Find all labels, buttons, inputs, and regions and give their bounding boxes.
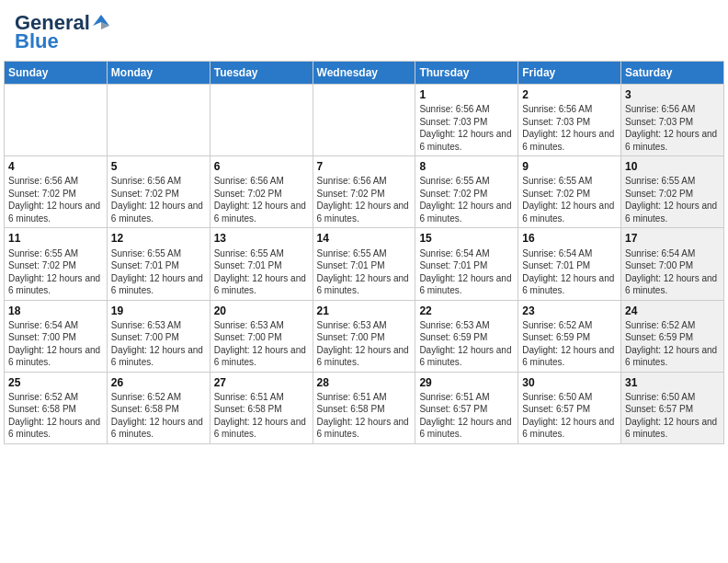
day-number: 19 xyxy=(111,304,206,318)
day-header-wednesday: Wednesday xyxy=(313,62,415,85)
day-info: Sunrise: 6:55 AM Sunset: 7:01 PM Dayligh… xyxy=(214,247,309,297)
day-info: Sunrise: 6:56 AM Sunset: 7:02 PM Dayligh… xyxy=(8,175,103,224)
calendar-cell: 8Sunrise: 6:55 AM Sunset: 7:02 PM Daylig… xyxy=(415,156,518,228)
day-info: Sunrise: 6:53 AM Sunset: 6:59 PM Dayligh… xyxy=(419,319,514,369)
calendar-cell: 10Sunrise: 6:55 AM Sunset: 7:02 PM Dayli… xyxy=(621,156,724,228)
calendar-cell: 15Sunrise: 6:54 AM Sunset: 7:01 PM Dayli… xyxy=(415,228,518,300)
calendar-cell: 27Sunrise: 6:51 AM Sunset: 6:58 PM Dayli… xyxy=(210,372,313,443)
day-number: 20 xyxy=(214,304,309,318)
day-header-tuesday: Tuesday xyxy=(210,62,313,85)
calendar-cell: 30Sunrise: 6:50 AM Sunset: 6:57 PM Dayli… xyxy=(518,372,621,443)
logo: General Blue xyxy=(15,11,112,53)
calendar-cell: 23Sunrise: 6:52 AM Sunset: 6:59 PM Dayli… xyxy=(518,300,621,372)
calendar-cell: 26Sunrise: 6:52 AM Sunset: 6:58 PM Dayli… xyxy=(107,372,210,443)
calendar-cell xyxy=(210,85,313,156)
day-header-saturday: Saturday xyxy=(621,62,724,85)
day-info: Sunrise: 6:55 AM Sunset: 7:02 PM Dayligh… xyxy=(8,247,103,297)
week-row-3: 11Sunrise: 6:55 AM Sunset: 7:02 PM Dayli… xyxy=(5,228,724,300)
day-number: 22 xyxy=(419,304,514,318)
calendar-cell: 3Sunrise: 6:56 AM Sunset: 7:03 PM Daylig… xyxy=(621,85,724,156)
day-header-monday: Monday xyxy=(107,62,210,85)
day-number: 14 xyxy=(317,231,412,246)
day-info: Sunrise: 6:55 AM Sunset: 7:02 PM Dayligh… xyxy=(625,175,720,224)
calendar-cell: 7Sunrise: 6:56 AM Sunset: 7:02 PM Daylig… xyxy=(313,156,415,228)
day-number: 24 xyxy=(625,304,720,318)
calendar-container: SundayMondayTuesdayWednesdayThursdayFrid… xyxy=(0,61,728,448)
day-number: 26 xyxy=(111,375,206,390)
calendar-cell: 24Sunrise: 6:52 AM Sunset: 6:59 PM Dayli… xyxy=(621,300,724,372)
calendar-cell: 11Sunrise: 6:55 AM Sunset: 7:02 PM Dayli… xyxy=(5,228,108,300)
day-info: Sunrise: 6:56 AM Sunset: 7:02 PM Dayligh… xyxy=(317,175,412,224)
day-number: 10 xyxy=(625,159,720,174)
calendar-table: SundayMondayTuesdayWednesdayThursdayFrid… xyxy=(4,61,724,444)
day-info: Sunrise: 6:54 AM Sunset: 7:01 PM Dayligh… xyxy=(419,247,514,297)
day-number: 25 xyxy=(8,375,103,390)
page-header: General Blue xyxy=(0,0,728,61)
day-info: Sunrise: 6:52 AM Sunset: 6:58 PM Dayligh… xyxy=(111,391,206,441)
calendar-cell: 9Sunrise: 6:55 AM Sunset: 7:02 PM Daylig… xyxy=(518,156,621,228)
calendar-cell: 20Sunrise: 6:53 AM Sunset: 7:00 PM Dayli… xyxy=(210,300,313,372)
day-info: Sunrise: 6:50 AM Sunset: 6:57 PM Dayligh… xyxy=(522,391,617,441)
day-number: 28 xyxy=(317,375,412,390)
day-number: 15 xyxy=(419,231,514,246)
calendar-cell: 6Sunrise: 6:56 AM Sunset: 7:02 PM Daylig… xyxy=(210,156,313,228)
day-number: 30 xyxy=(522,375,617,390)
logo-blue-text: Blue xyxy=(15,29,112,53)
day-info: Sunrise: 6:51 AM Sunset: 6:58 PM Dayligh… xyxy=(317,391,412,441)
calendar-cell: 2Sunrise: 6:56 AM Sunset: 7:03 PM Daylig… xyxy=(518,85,621,156)
calendar-cell: 13Sunrise: 6:55 AM Sunset: 7:01 PM Dayli… xyxy=(210,228,313,300)
day-number: 2 xyxy=(522,87,617,102)
day-number: 3 xyxy=(625,87,720,102)
calendar-cell: 18Sunrise: 6:54 AM Sunset: 7:00 PM Dayli… xyxy=(5,300,108,372)
calendar-cell: 17Sunrise: 6:54 AM Sunset: 7:00 PM Dayli… xyxy=(621,228,724,300)
day-number: 1 xyxy=(419,87,514,102)
calendar-cell: 21Sunrise: 6:53 AM Sunset: 7:00 PM Dayli… xyxy=(313,300,415,372)
calendar-cell xyxy=(5,85,108,156)
day-info: Sunrise: 6:56 AM Sunset: 7:03 PM Dayligh… xyxy=(625,103,720,153)
day-number: 6 xyxy=(214,159,309,174)
day-number: 29 xyxy=(419,375,514,390)
day-info: Sunrise: 6:52 AM Sunset: 6:59 PM Dayligh… xyxy=(522,319,617,369)
day-number: 18 xyxy=(8,304,103,318)
day-header-sunday: Sunday xyxy=(5,62,108,85)
day-info: Sunrise: 6:53 AM Sunset: 7:00 PM Dayligh… xyxy=(317,319,412,369)
day-info: Sunrise: 6:52 AM Sunset: 6:58 PM Dayligh… xyxy=(8,391,103,441)
day-info: Sunrise: 6:51 AM Sunset: 6:58 PM Dayligh… xyxy=(214,391,309,441)
week-row-5: 25Sunrise: 6:52 AM Sunset: 6:58 PM Dayli… xyxy=(5,372,724,443)
day-info: Sunrise: 6:51 AM Sunset: 6:57 PM Dayligh… xyxy=(419,391,514,441)
day-number: 21 xyxy=(317,304,412,318)
day-info: Sunrise: 6:55 AM Sunset: 7:02 PM Dayligh… xyxy=(419,175,514,224)
week-row-1: 1Sunrise: 6:56 AM Sunset: 7:03 PM Daylig… xyxy=(5,85,724,156)
day-info: Sunrise: 6:50 AM Sunset: 6:57 PM Dayligh… xyxy=(625,391,720,441)
day-info: Sunrise: 6:55 AM Sunset: 7:01 PM Dayligh… xyxy=(317,247,412,297)
calendar-cell: 31Sunrise: 6:50 AM Sunset: 6:57 PM Dayli… xyxy=(621,372,724,443)
calendar-cell: 25Sunrise: 6:52 AM Sunset: 6:58 PM Dayli… xyxy=(5,372,108,443)
calendar-cell: 12Sunrise: 6:55 AM Sunset: 7:01 PM Dayli… xyxy=(107,228,210,300)
day-info: Sunrise: 6:52 AM Sunset: 6:59 PM Dayligh… xyxy=(625,319,720,369)
day-number: 13 xyxy=(214,231,309,246)
calendar-cell: 1Sunrise: 6:56 AM Sunset: 7:03 PM Daylig… xyxy=(415,85,518,156)
day-number: 11 xyxy=(8,231,103,246)
day-info: Sunrise: 6:56 AM Sunset: 7:03 PM Dayligh… xyxy=(419,103,514,153)
day-number: 23 xyxy=(522,304,617,318)
day-number: 9 xyxy=(522,159,617,174)
day-info: Sunrise: 6:54 AM Sunset: 7:00 PM Dayligh… xyxy=(8,319,103,369)
calendar-cell: 14Sunrise: 6:55 AM Sunset: 7:01 PM Dayli… xyxy=(313,228,415,300)
calendar-cell: 16Sunrise: 6:54 AM Sunset: 7:01 PM Dayli… xyxy=(518,228,621,300)
week-row-4: 18Sunrise: 6:54 AM Sunset: 7:00 PM Dayli… xyxy=(5,300,724,372)
day-info: Sunrise: 6:54 AM Sunset: 7:00 PM Dayligh… xyxy=(625,247,720,297)
calendar-cell: 22Sunrise: 6:53 AM Sunset: 6:59 PM Dayli… xyxy=(415,300,518,372)
day-number: 8 xyxy=(419,159,514,174)
day-info: Sunrise: 6:56 AM Sunset: 7:02 PM Dayligh… xyxy=(214,175,309,224)
day-number: 5 xyxy=(111,159,206,174)
day-info: Sunrise: 6:56 AM Sunset: 7:03 PM Dayligh… xyxy=(522,103,617,153)
calendar-cell: 28Sunrise: 6:51 AM Sunset: 6:58 PM Dayli… xyxy=(313,372,415,443)
day-info: Sunrise: 6:56 AM Sunset: 7:02 PM Dayligh… xyxy=(111,175,206,224)
week-row-2: 4Sunrise: 6:56 AM Sunset: 7:02 PM Daylig… xyxy=(5,156,724,228)
day-header-thursday: Thursday xyxy=(415,62,518,85)
day-info: Sunrise: 6:53 AM Sunset: 7:00 PM Dayligh… xyxy=(111,319,206,369)
day-info: Sunrise: 6:54 AM Sunset: 7:01 PM Dayligh… xyxy=(522,247,617,297)
calendar-cell xyxy=(313,85,415,156)
day-number: 27 xyxy=(214,375,309,390)
calendar-cell: 4Sunrise: 6:56 AM Sunset: 7:02 PM Daylig… xyxy=(5,156,108,228)
